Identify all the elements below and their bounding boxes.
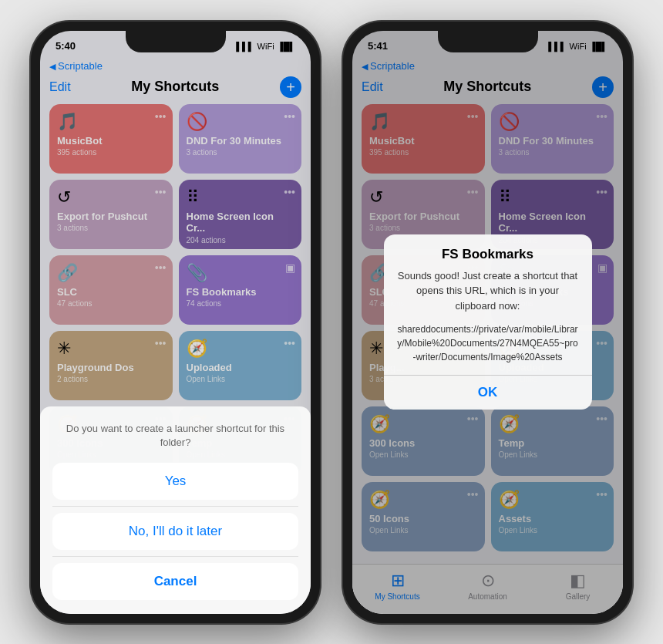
alert-overlay: FS Bookmarks Sounds good! Just create a … [352, 31, 623, 614]
alert-box: FS Bookmarks Sounds good! Just create a … [384, 234, 592, 410]
no-button[interactable]: No, I'll do it later [52, 513, 298, 550]
phone-frame-right: 5:41 ▌▌▌ WiFi ▐█▌ Scriptable Edit My Sho… [343, 22, 632, 623]
phone-screen-right: 5:41 ▌▌▌ WiFi ▐█▌ Scriptable Edit My Sho… [352, 31, 623, 614]
sheet-divider1 [52, 506, 298, 507]
notch-right [438, 31, 538, 52]
sheet-message: Do you want to create a launcher shortcu… [52, 422, 298, 450]
screen-content-right: 5:41 ▌▌▌ WiFi ▐█▌ Scriptable Edit My Sho… [352, 31, 623, 614]
cancel-button[interactable]: Cancel [52, 563, 298, 600]
screen-content-left: 5:40 ▌▌▌ WiFi ▐█▌ Scriptable Edit My Sho… [40, 31, 311, 614]
alert-url: shareddocuments://private/var/mobile/Lib… [384, 322, 592, 375]
alert-title: FS Bookmarks [384, 234, 592, 265]
phone-right: 5:41 ▌▌▌ WiFi ▐█▌ Scriptable Edit My Sho… [343, 22, 632, 623]
phone-frame-left: 5:40 ▌▌▌ WiFi ▐█▌ Scriptable Edit My Sho… [31, 22, 320, 623]
phone-screen-left: 5:40 ▌▌▌ WiFi ▐█▌ Scriptable Edit My Sho… [40, 31, 311, 614]
sheet-divider2 [52, 556, 298, 557]
phone-left: 5:40 ▌▌▌ WiFi ▐█▌ Scriptable Edit My Sho… [31, 22, 320, 623]
bottom-sheet: Do you want to create a launcher shortcu… [40, 406, 311, 613]
yes-button[interactable]: Yes [52, 463, 298, 500]
alert-message: Sounds good! Just create a shortcut that… [384, 265, 592, 323]
notch-left [126, 31, 226, 52]
alert-ok-button[interactable]: OK [384, 376, 592, 410]
